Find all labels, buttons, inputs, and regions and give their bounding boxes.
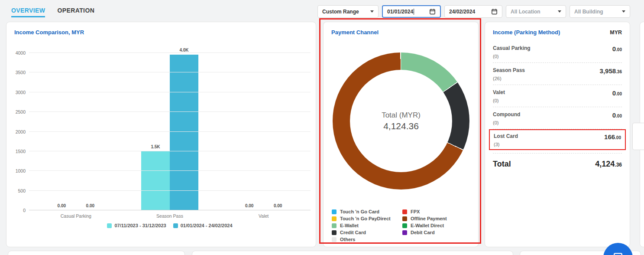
bar-value-label: 1.5K bbox=[151, 144, 160, 149]
caret-down-icon bbox=[558, 10, 561, 13]
donut-center: Total (MYR) 4,124.36 bbox=[333, 52, 469, 190]
income-comparison-panel: Income Comparison, MYR 05001000150020002… bbox=[6, 22, 316, 247]
legend-item[interactable]: Touch 'n Go Card bbox=[332, 209, 402, 214]
date-from-value: 01/01/2024 bbox=[387, 9, 413, 15]
bar-slot: 4.0K bbox=[170, 53, 198, 210]
tab-overview[interactable]: OVERVIEW bbox=[11, 7, 45, 17]
value-int: 3,958 bbox=[600, 67, 616, 75]
y-tick-label: 1000 bbox=[16, 168, 26, 173]
income-row-info: Lost Card(3) bbox=[494, 133, 518, 147]
bar-value-label: 0.00 bbox=[86, 203, 94, 208]
value-dec: .00 bbox=[615, 135, 621, 140]
x-axis-label: Casual Parking bbox=[29, 213, 123, 219]
legend-item[interactable]: 01/01/2024 - 24/02/2024 bbox=[173, 223, 233, 228]
income-row-highlighted: Lost Card(3)166.00 bbox=[489, 129, 626, 150]
legend-label: E-Wallet Direct bbox=[411, 223, 444, 228]
value-int: 0 bbox=[612, 111, 616, 119]
legend-label: Touch 'n Go Card bbox=[340, 209, 379, 214]
x-axis-label: Season Pass bbox=[123, 213, 217, 219]
legend-label: Credit Card bbox=[340, 230, 366, 235]
filter-bar: Custom Range 01/01/2024 24/02/2024 All L… bbox=[317, 5, 630, 18]
panel-title: Income Comparison, MYR bbox=[14, 29, 84, 36]
location-select[interactable]: All Location bbox=[506, 5, 566, 18]
calendar-icon bbox=[429, 8, 436, 15]
legend-item[interactable]: Offline Payment bbox=[402, 216, 447, 221]
legend-item[interactable]: Touch 'n Go PayDirect bbox=[332, 216, 402, 221]
legend-item[interactable]: 07/11/2023 - 31/12/2023 bbox=[107, 223, 166, 228]
income-row-info: Season Pass(26) bbox=[493, 67, 525, 81]
bar-legend: 07/11/2023 - 31/12/202301/01/2024 - 24/0… bbox=[29, 223, 311, 228]
legend-swatch bbox=[173, 223, 178, 228]
total-label: Total bbox=[493, 160, 511, 169]
income-row-value: 3,958.36 bbox=[600, 67, 622, 81]
value-int: 0 bbox=[612, 45, 616, 52]
donut-legend: Touch 'n Go CardTouch 'n Go PayDirectE-W… bbox=[332, 209, 447, 242]
legend-column: Touch 'n Go CardTouch 'n Go PayDirectE-W… bbox=[332, 209, 402, 242]
value-dec: .00 bbox=[616, 47, 622, 52]
donut-chart[interactable]: Total (MYR) 4,124.36 bbox=[333, 52, 469, 190]
y-tick-label: 1500 bbox=[16, 149, 26, 154]
income-row-count: (26) bbox=[493, 76, 525, 81]
income-row-info: Compound(0) bbox=[493, 111, 520, 125]
legend-swatch bbox=[332, 209, 337, 214]
legend-item[interactable]: E-Wallet Direct bbox=[402, 223, 447, 228]
legend-label: E-Wallet bbox=[340, 223, 359, 228]
bar-value-label: 0.00 bbox=[274, 203, 282, 208]
total-dec: .36 bbox=[615, 162, 622, 168]
date-from-input[interactable]: 01/01/2024 bbox=[382, 5, 441, 18]
y-tick-label: 2000 bbox=[16, 129, 26, 134]
income-row-label: Compound bbox=[493, 111, 520, 118]
legend-label: Offline Payment bbox=[411, 216, 447, 221]
legend-swatch bbox=[402, 209, 407, 214]
tab-bar: OVERVIEW OPERATION bbox=[11, 7, 94, 17]
income-row-count: (0) bbox=[493, 120, 520, 125]
income-row-count: (3) bbox=[494, 142, 518, 147]
bar-group: 0.000.00 bbox=[29, 53, 123, 210]
gridline bbox=[29, 131, 311, 132]
bar[interactable] bbox=[170, 55, 198, 210]
legend-item[interactable]: E-Wallet bbox=[332, 223, 402, 228]
bar[interactable] bbox=[141, 151, 170, 210]
gridline bbox=[29, 52, 311, 53]
income-row-info: Valet(0) bbox=[493, 89, 505, 103]
income-total-row: Total 4,124.36 bbox=[493, 154, 622, 169]
income-panel-header: Income (Parking Method) MYR bbox=[493, 29, 622, 36]
tab-operation[interactable]: OPERATION bbox=[57, 7, 94, 17]
legend-swatch bbox=[402, 223, 407, 228]
legend-item[interactable]: Debit Card bbox=[402, 230, 447, 235]
y-tick-label: 500 bbox=[18, 188, 26, 193]
y-tick-label: 4000 bbox=[16, 50, 26, 56]
income-row-value: 166.00 bbox=[604, 133, 621, 147]
payment-channel-panel: Payment Channel Total (MYR) 4,124.36 Tou… bbox=[323, 22, 479, 247]
value-int: 166 bbox=[604, 133, 615, 141]
bar-group: 1.5K4.0K bbox=[123, 53, 217, 210]
income-row-label: Casual Parking bbox=[493, 45, 531, 51]
legend-item[interactable]: Credit Card bbox=[332, 230, 402, 235]
text-cursor bbox=[414, 9, 414, 15]
legend-swatch bbox=[107, 223, 112, 228]
income-row-count: (0) bbox=[493, 98, 505, 103]
range-select[interactable]: Custom Range bbox=[317, 5, 379, 18]
bar-group: 0.000.00 bbox=[217, 53, 311, 210]
date-to-input[interactable]: 24/02/2024 bbox=[444, 5, 502, 18]
chat-icon bbox=[612, 252, 624, 255]
gridline bbox=[29, 151, 311, 151]
income-rows: Casual Parking(0)0.00Season Pass(26)3,95… bbox=[493, 41, 622, 150]
legend-item[interactable]: FPX bbox=[402, 209, 447, 214]
income-row-count: (0) bbox=[493, 54, 531, 59]
bar-slot: 0.00 bbox=[235, 53, 264, 210]
legend-label: 01/01/2024 - 24/02/2024 bbox=[181, 223, 233, 228]
income-row-value: 0.00 bbox=[612, 111, 622, 125]
building-select[interactable]: All Building bbox=[570, 5, 630, 18]
income-row-label: Lost Card bbox=[494, 133, 518, 139]
panel-title: Payment Channel bbox=[331, 29, 379, 36]
legend-item[interactable]: Others bbox=[332, 237, 402, 242]
income-row: Valet(0)0.00 bbox=[493, 85, 622, 107]
income-row-label: Valet bbox=[493, 89, 505, 95]
range-select-value: Custom Range bbox=[322, 9, 359, 15]
bar-slot: 0.00 bbox=[47, 53, 76, 210]
total-value: 4,124.36 bbox=[595, 160, 622, 169]
income-row-label: Season Pass bbox=[493, 67, 525, 73]
value-int: 0 bbox=[612, 89, 616, 97]
legend-swatch bbox=[332, 223, 337, 228]
